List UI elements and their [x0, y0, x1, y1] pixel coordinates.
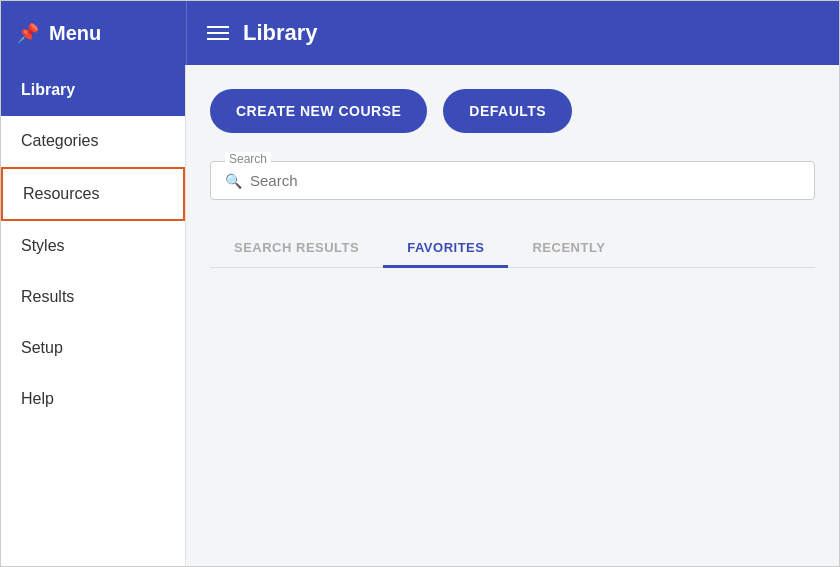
sidebar-item-library[interactable]: Library — [1, 65, 185, 116]
search-box-label: Search — [225, 152, 271, 166]
page-title: Library — [243, 20, 318, 46]
content-area: CREATE NEW COURSE DEFAULTS Search 🔍 SEAR… — [186, 65, 839, 566]
sidebar: Library Categories Resources Styles Resu… — [1, 65, 186, 566]
menu-section: 📌 Menu — [1, 1, 186, 65]
tab-search-results[interactable]: SEARCH RESULTS — [210, 228, 383, 267]
menu-label: Menu — [49, 22, 101, 45]
sidebar-item-resources[interactable]: Resources — [1, 167, 185, 221]
pin-icon: 📌 — [17, 22, 39, 44]
sidebar-item-setup[interactable]: Setup — [1, 323, 185, 374]
action-buttons: CREATE NEW COURSE DEFAULTS — [210, 89, 815, 133]
tabs-row: SEARCH RESULTS FAVORITES RECENTLY — [210, 228, 815, 268]
create-new-course-button[interactable]: CREATE NEW COURSE — [210, 89, 427, 133]
tab-favorites[interactable]: FAVORITES — [383, 228, 508, 267]
search-input[interactable] — [250, 172, 800, 189]
header: 📌 Menu Library — [1, 1, 839, 65]
main-content: Library Categories Resources Styles Resu… — [1, 65, 839, 566]
sidebar-item-categories[interactable]: Categories — [1, 116, 185, 167]
defaults-button[interactable]: DEFAULTS — [443, 89, 572, 133]
sidebar-item-results[interactable]: Results — [1, 272, 185, 323]
search-icon: 🔍 — [225, 173, 242, 189]
tab-recently[interactable]: RECENTLY — [508, 228, 629, 267]
sidebar-item-styles[interactable]: Styles — [1, 221, 185, 272]
header-title-section: Library — [186, 1, 839, 65]
hamburger-icon[interactable] — [207, 26, 229, 40]
search-box: Search 🔍 — [210, 161, 815, 200]
sidebar-item-help[interactable]: Help — [1, 374, 185, 425]
